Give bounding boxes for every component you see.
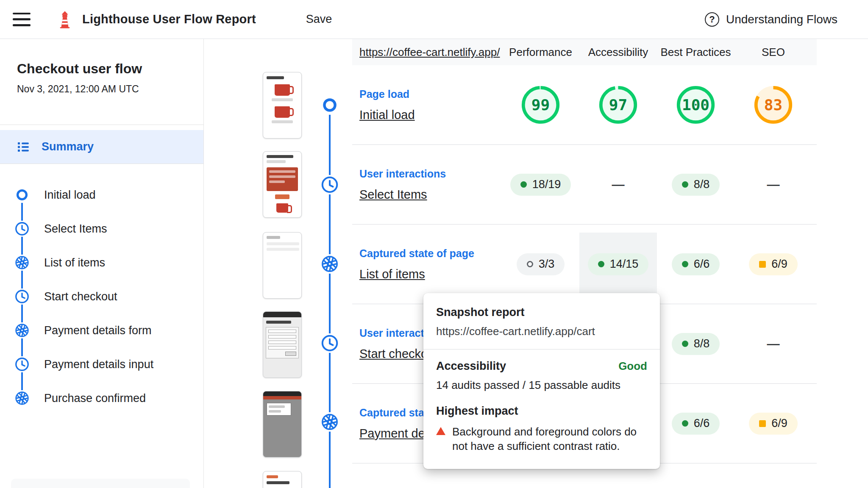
step-label: Payment details form bbox=[44, 324, 152, 337]
tooltip-category: Accessibility bbox=[436, 360, 506, 373]
sidebar: Checkout user flow Nov 3, 2021, 12:00 AM… bbox=[0, 39, 204, 488]
row-kind-label: Captured state of page bbox=[359, 247, 502, 260]
step-label: Initial load bbox=[44, 189, 96, 202]
timespan-clock-icon bbox=[14, 356, 30, 372]
sidebar-item-purchase-confirmed[interactable]: Purchase confirmed bbox=[0, 381, 203, 415]
step-list: Initial load Select Items List of items … bbox=[0, 178, 203, 415]
summary-label: Summary bbox=[42, 140, 94, 153]
hamburger-icon[interactable] bbox=[13, 13, 31, 26]
save-button[interactable]: Save bbox=[306, 13, 332, 26]
score-pill[interactable]: 8/8 bbox=[672, 174, 720, 196]
performance-gauge[interactable]: 99 bbox=[520, 84, 561, 125]
column-header-performance: Performance bbox=[502, 46, 579, 59]
tooltip-impact-heading: Highest impact bbox=[423, 405, 660, 418]
tooltip-impact-finding: Background and foreground colors do not … bbox=[452, 424, 645, 454]
sidebar-divider bbox=[0, 125, 203, 125]
tooltip-divider bbox=[423, 349, 660, 349]
no-score-dash: — bbox=[612, 177, 625, 192]
accessibility-gauge[interactable]: 97 bbox=[598, 84, 639, 125]
column-header-seo: SEO bbox=[734, 46, 812, 59]
navigation-ring-icon bbox=[320, 95, 339, 115]
snapshot-shutter-icon bbox=[14, 390, 30, 406]
row-kind-label: User interactions bbox=[359, 168, 502, 180]
warning-triangle-icon bbox=[436, 427, 445, 435]
thumbnail-purchase-confirmed bbox=[263, 471, 302, 488]
score-pill[interactable]: 6/6 bbox=[672, 253, 720, 275]
snapshot-shutter-icon bbox=[14, 322, 30, 338]
flow-date: Nov 3, 2021, 12:00 AM UTC bbox=[17, 83, 186, 95]
row-name-link[interactable]: Initial load bbox=[359, 108, 415, 122]
row-kind-label: Page load bbox=[359, 88, 502, 100]
sidebar-item-payment-details-form[interactable]: Payment details form bbox=[0, 313, 203, 347]
score-pill[interactable]: 8/8 bbox=[672, 333, 720, 355]
sidebar-item-payment-details-input[interactable]: Payment details input bbox=[0, 347, 203, 381]
no-score-dash: — bbox=[767, 337, 780, 351]
snapshot-shutter-icon bbox=[320, 254, 339, 274]
pass-dot-icon bbox=[682, 181, 688, 188]
timespan-clock-icon bbox=[14, 221, 30, 237]
pass-dot-icon bbox=[520, 181, 527, 188]
seo-gauge[interactable]: 83 bbox=[753, 84, 794, 125]
pass-dot-icon bbox=[682, 341, 688, 347]
score-pill[interactable]: 6/9 bbox=[749, 413, 798, 435]
pass-dot-icon bbox=[682, 420, 688, 427]
lighthouse-flow-report-page: Lighthouse User Flow Report Save Underst… bbox=[0, 0, 868, 488]
snapshot-shutter-icon bbox=[14, 255, 30, 271]
thumbnail-select-items bbox=[263, 151, 302, 218]
report-row-initial-load: Page load Initial load 99 97 100 bbox=[352, 65, 817, 145]
sidebar-item-start-checkout[interactable]: Start checkout bbox=[0, 280, 203, 313]
column-header-best-practices: Best Practices bbox=[657, 46, 734, 59]
timespan-clock-icon bbox=[320, 333, 339, 353]
understanding-flows-link[interactable]: Understanding Flows bbox=[705, 12, 837, 27]
score-pill[interactable]: 6/6 bbox=[672, 413, 720, 435]
thumbnail-payment-details-input bbox=[263, 391, 302, 458]
timespan-clock-icon bbox=[14, 288, 30, 305]
no-score-dash: — bbox=[767, 177, 780, 192]
best-practices-gauge[interactable]: 100 bbox=[675, 84, 716, 125]
row-name-link[interactable]: Select Items bbox=[359, 188, 427, 202]
list-icon bbox=[17, 141, 30, 153]
understanding-flows-label: Understanding Flows bbox=[726, 13, 837, 26]
thumbnail-list-of-items bbox=[263, 232, 302, 299]
sidebar-item-initial-load[interactable]: Initial load bbox=[0, 178, 203, 212]
sidebar-item-select-items[interactable]: Select Items bbox=[0, 212, 203, 246]
row-name-link[interactable]: List of items bbox=[359, 267, 425, 281]
hovered-cell-highlight: 14/15 bbox=[579, 233, 657, 296]
question-circle-icon bbox=[705, 12, 719, 27]
snapshot-ring-icon bbox=[527, 261, 533, 267]
step-label: Purchase confirmed bbox=[44, 392, 146, 405]
tooltip-url: https://coffee-cart.netlify.app/cart bbox=[423, 325, 660, 338]
step-label: Start checkout bbox=[44, 290, 117, 303]
report-row-list-of-items: Captured state of page List of items 3/3… bbox=[352, 225, 817, 304]
tooltip-audits-summary: 14 audits passed / 15 passable audits bbox=[423, 379, 660, 392]
timespan-clock-icon bbox=[320, 175, 339, 194]
environment-panel: Emulated Moto G4 4x slowdown bbox=[11, 479, 190, 488]
lighthouse-logo-icon bbox=[58, 11, 72, 28]
app-header: Lighthouse User Flow Report Save Underst… bbox=[0, 0, 868, 39]
score-pill-hovered[interactable]: 14/15 bbox=[588, 253, 649, 275]
step-label: List of items bbox=[44, 256, 105, 269]
snapshot-report-tooltip: Snapshot report https://coffee-cart.netl… bbox=[423, 293, 660, 469]
flow-title: Checkout user flow bbox=[17, 61, 186, 77]
step-label: Payment details input bbox=[44, 358, 153, 371]
report-row-select-items: User interactions Select Items 18/19 — 8… bbox=[352, 145, 817, 225]
navigation-ring-icon bbox=[14, 187, 30, 203]
sidebar-item-list-of-items[interactable]: List of items bbox=[0, 246, 203, 280]
score-pill[interactable]: 6/9 bbox=[749, 253, 798, 275]
average-square-icon bbox=[759, 261, 766, 268]
average-square-icon bbox=[759, 420, 766, 427]
report-url-link[interactable]: https://coffee-cart.netlify.app/ bbox=[352, 46, 502, 59]
tooltip-title: Snapshot report bbox=[423, 306, 660, 319]
column-header-accessibility: Accessibility bbox=[579, 46, 657, 59]
pass-dot-icon bbox=[682, 261, 688, 267]
sidebar-item-summary[interactable]: Summary bbox=[0, 130, 203, 164]
pass-dot-icon bbox=[598, 261, 604, 267]
score-pill[interactable]: 18/19 bbox=[510, 174, 571, 196]
tooltip-rating-good: Good bbox=[618, 360, 647, 373]
snapshot-shutter-icon bbox=[320, 412, 339, 432]
app-title: Lighthouse User Flow Report bbox=[82, 12, 256, 26]
thumbnail-payment-details-form bbox=[263, 311, 302, 378]
score-pill[interactable]: 3/3 bbox=[517, 253, 565, 275]
step-label: Select Items bbox=[44, 222, 107, 236]
thumbnail-initial-load bbox=[263, 72, 302, 139]
